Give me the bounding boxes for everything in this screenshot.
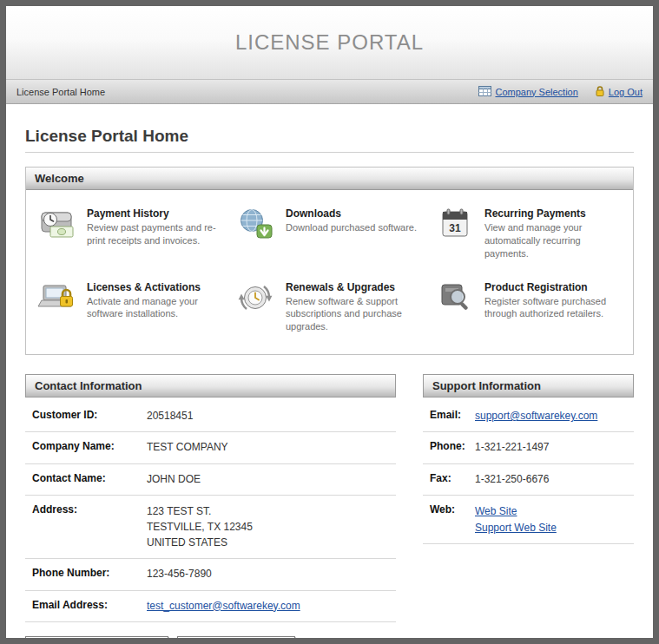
feature-title: Downloads [286,207,417,220]
company-selection-link[interactable]: Company Selection [495,87,577,97]
lock-icon [595,85,605,99]
info-columns: Contact Information Customer ID: 2051845… [25,374,634,644]
log-out-link[interactable]: Log Out [609,87,643,97]
edit-icon [35,641,47,644]
support-email-link[interactable]: support@softwarekey.com [475,410,597,422]
licenses-activations-icon [36,281,78,314]
address-line: TESTVILLE, TX 12345 [147,519,253,535]
row-label: Company Name: [32,440,147,452]
row-value: 1-321-250-6676 [475,472,549,487]
feature-text: Downloads Download purchased software. [286,207,417,234]
feature-text: Licenses & Activations Activate and mana… [87,281,225,321]
recurring-payments-icon: 31 [434,207,476,240]
feature-product-registration[interactable]: Product Registration Register software p… [434,281,623,334]
row-value: Web Site Support Web Site [475,503,557,536]
license-portal-window: LICENSE PORTAL License Portal Home Compa… [0,0,659,644]
edit-contact-information-button[interactable]: Edit Contact Information [25,636,168,644]
row-value: test_customer@softwarekey.com [147,599,300,614]
payment-history-icon [36,207,78,240]
welcome-grid: Payment History Review past payments and… [26,190,633,354]
feature-desc: Review past payments and re-print receip… [87,221,225,247]
feature-title: Recurring Payments [484,207,623,220]
web-site-link[interactable]: Web Site [475,503,557,520]
log-out-group: Log Out [595,85,643,99]
row-label: Customer ID: [32,409,147,421]
customer-email-link[interactable]: test_customer@softwarekey.com [147,600,300,612]
downloads-icon [235,207,277,240]
company-selection-group: Company Selection [478,86,577,98]
row-value: TEST COMPANY [147,440,228,455]
feature-title: Renewals & Upgrades [286,281,424,293]
contact-row-phone: Phone Number: 123-456-7890 [25,559,396,590]
key-icon [187,641,199,644]
support-row-email: Email: support@softwarekey.com [423,401,634,432]
feature-recurring-payments[interactable]: 31 Recurring Payments View and manage yo… [434,207,623,260]
nav-right: Company Selection Log Out [466,85,643,99]
row-label: Phone Number: [32,567,147,579]
support-information-header: Support Information [423,374,634,398]
navbar: License Portal Home Company Selection [6,79,653,104]
row-value: 1-321-221-1497 [475,440,549,455]
row-label: Address: [32,503,147,516]
feature-text: Renewals & Upgrades Renew software & sup… [286,281,424,334]
product-registration-icon [434,281,476,314]
feature-desc: Renew software & support subscriptions a… [286,295,424,334]
feature-desc: Register software purchased through auth… [484,295,623,321]
company-selection-icon [478,86,491,98]
support-information-section: Support Information Email: support@softw… [423,374,634,544]
welcome-section: Welcome Payment Histor [25,167,634,355]
support-row-fax: Fax: 1-321-250-6676 [423,464,634,496]
contact-row-company-name: Company Name: TEST COMPANY [25,432,396,463]
support-row-web: Web: Web Site Support Web Site [423,496,634,544]
breadcrumb[interactable]: License Portal Home [16,87,105,97]
row-label: Web: [430,503,475,516]
row-label: Email Address: [32,599,147,611]
feature-text: Payment History Review past payments and… [87,207,225,247]
feature-title: Payment History [87,207,225,220]
row-value: 123 TEST ST. TESTVILLE, TX 12345 UNITED … [147,503,253,550]
contact-information-section: Contact Information Customer ID: 2051845… [25,374,396,644]
row-label: Email: [430,409,475,421]
feature-desc: Download purchased software. [286,221,417,234]
feature-desc: View and manage your automatically recur… [484,221,623,260]
renewals-upgrades-icon [235,281,277,314]
row-value: 123-456-7890 [147,567,212,582]
contact-row-address: Address: 123 TEST ST. TESTVILLE, TX 1234… [25,496,396,559]
contact-information-header: Contact Information [25,374,396,398]
address-line: UNITED STATES [147,535,253,550]
feature-text: Recurring Payments View and manage your … [484,207,623,260]
contact-rows: Customer ID: 20518451 Company Name: TEST… [25,401,396,622]
main-content: License Portal Home Welcome [6,104,653,644]
contact-buttons: Edit Contact Information Change Password [25,636,396,644]
banner-title: LICENSE PORTAL [235,30,424,55]
feature-licenses-activations[interactable]: Licenses & Activations Activate and mana… [36,281,225,334]
welcome-header: Welcome [26,168,633,190]
feature-payment-history[interactable]: Payment History Review past payments and… [36,207,225,260]
support-rows: Email: support@softwarekey.com Phone: 1-… [423,401,634,544]
banner: LICENSE PORTAL [6,6,653,79]
row-label: Contact Name: [32,472,147,484]
contact-row-contact-name: Contact Name: JOHN DOE [25,464,396,496]
feature-renewals-upgrades[interactable]: Renewals & Upgrades Renew software & sup… [235,281,424,334]
row-value: support@softwarekey.com [475,409,597,424]
contact-row-customer-id: Customer ID: 20518451 [25,401,396,432]
row-value: 20518451 [147,409,193,424]
row-label: Phone: [430,440,475,452]
row-label: Fax: [430,472,475,484]
contact-row-email: Email Address: test_customer@softwarekey… [25,591,396,622]
page-title: License Portal Home [25,127,634,153]
feature-text: Product Registration Register software p… [484,281,623,321]
feature-desc: Activate and manage your software instal… [87,295,225,321]
feature-downloads[interactable]: Downloads Download purchased software. [235,207,424,260]
address-line: 123 TEST ST. [147,503,253,519]
support-web-site-link[interactable]: Support Web Site [475,520,557,536]
feature-title: Product Registration [484,281,623,293]
feature-title: Licenses & Activations [87,281,225,293]
change-password-button[interactable]: Change Password [177,636,295,644]
row-value: JOHN DOE [147,472,201,487]
svg-text:31: 31 [449,222,461,234]
support-row-phone: Phone: 1-321-221-1497 [423,432,634,463]
